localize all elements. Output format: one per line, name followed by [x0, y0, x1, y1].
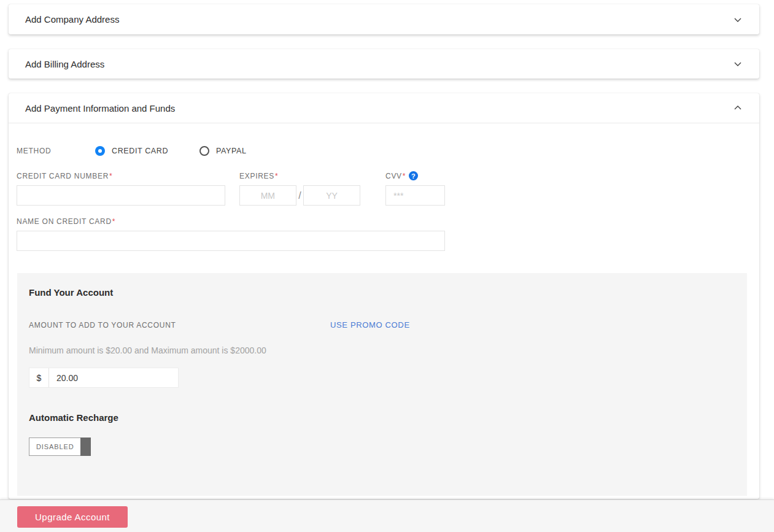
chevron-up-icon [732, 102, 743, 114]
amount-row: AMOUNT TO ADD TO YOUR ACCOUNT USE PROMO … [29, 320, 735, 330]
radio-paypal-label: PAYPAL [216, 147, 247, 155]
radio-selected-icon[interactable] [95, 146, 105, 156]
card-number-input[interactable] [17, 185, 225, 206]
amount-input-group: $ [29, 368, 179, 388]
payment-form: METHOD CREDIT CARD PAYPAL CREDIT CARD NU… [9, 145, 759, 496]
accordion-payment-info-header[interactable]: Add Payment Information and Funds [9, 93, 759, 123]
required-asterisk: * [112, 217, 115, 226]
automatic-recharge-toggle[interactable]: DISABLED [29, 438, 91, 456]
currency-symbol: $ [29, 368, 49, 387]
required-asterisk: * [109, 172, 112, 180]
page: Add Company Address Add Billing Address … [0, 4, 774, 499]
radio-credit-card-label: CREDIT CARD [112, 147, 168, 155]
method-label: METHOD [17, 147, 95, 155]
cvv-field-group: CVV* ? [385, 171, 445, 206]
name-field-group: NAME ON CREDIT CARD* [17, 217, 445, 251]
accordion-payment-info: Add Payment Information and Funds METHOD… [9, 93, 759, 499]
expires-year-input[interactable] [303, 185, 360, 206]
cvv-help-icon[interactable]: ? [409, 171, 418, 180]
accordion-company-address[interactable]: Add Company Address [9, 4, 759, 34]
radio-credit-card[interactable]: CREDIT CARD [95, 146, 199, 156]
upgrade-account-button[interactable]: Upgrade Account [17, 506, 128, 528]
chevron-down-icon [732, 58, 743, 69]
radio-paypal[interactable]: PAYPAL [199, 146, 247, 156]
required-asterisk: * [403, 172, 406, 180]
fund-account-title: Fund Your Account [29, 273, 735, 298]
accordion-company-address-title: Add Company Address [25, 14, 119, 25]
accordion-billing-address[interactable]: Add Billing Address [9, 49, 759, 79]
chevron-down-icon [732, 14, 743, 25]
required-asterisk: * [275, 172, 278, 180]
cvv-input[interactable] [385, 185, 445, 206]
amount-hint: Minimum amount is $20.00 and Maximum amo… [29, 345, 735, 355]
fund-account-panel: Fund Your Account AMOUNT TO ADD TO YOUR … [17, 273, 747, 496]
name-on-card-input[interactable] [17, 231, 445, 251]
card-number-label: CREDIT CARD NUMBER* [17, 171, 225, 180]
name-on-card-label: NAME ON CREDIT CARD* [17, 217, 445, 226]
footer-bar: Upgrade Account [0, 499, 774, 532]
amount-input[interactable] [49, 368, 178, 387]
accordion-billing-address-title: Add Billing Address [25, 59, 104, 69]
toggle-state-label: DISABLED [29, 438, 80, 455]
card-number-field-group: CREDIT CARD NUMBER* [17, 171, 225, 206]
method-row: METHOD CREDIT CARD PAYPAL [17, 145, 759, 157]
expires-separator: / [296, 190, 304, 201]
toggle-handle[interactable] [80, 438, 91, 456]
card-fields-row: CREDIT CARD NUMBER* EXPIRES* / [17, 171, 759, 206]
amount-label: AMOUNT TO ADD TO YOUR ACCOUNT [29, 321, 330, 330]
expires-label: EXPIRES* [239, 171, 360, 180]
radio-unselected-icon[interactable] [199, 146, 209, 156]
expires-inputs: / [239, 185, 360, 206]
automatic-recharge-title: Automatic Recharge [29, 412, 735, 423]
use-promo-code-link[interactable]: USE PROMO CODE [330, 320, 410, 330]
cvv-label: CVV* ? [385, 171, 445, 180]
accordion-payment-info-title: Add Payment Information and Funds [25, 103, 175, 114]
expires-month-input[interactable] [239, 185, 296, 206]
expires-field-group: EXPIRES* / [239, 171, 360, 206]
